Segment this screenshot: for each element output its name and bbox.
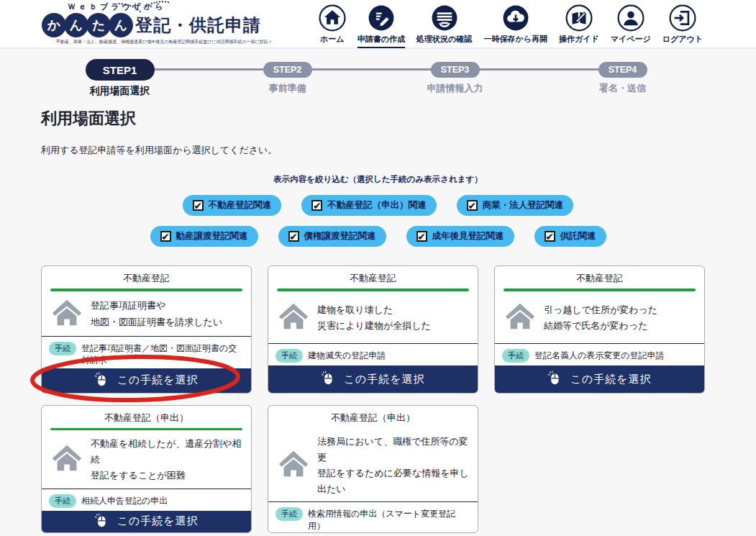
checkbox-checked-icon: ✔ — [467, 200, 478, 211]
main-nav: ホーム 申請書の作成 処理状況の確認 一時保存から再開 操作ガイド — [317, 4, 704, 48]
filter-checkbox-kyotaku[interactable]: ✔ 供託関連 — [534, 226, 606, 247]
select-procedure-button[interactable]: この手続を選択 — [42, 368, 251, 393]
nav-item-logout[interactable]: ログアウト — [661, 4, 704, 48]
procedure-cards: 不動産登記 登記事項証明書や 地図・図面証明書を請求したい 手続 登記事項証明書… — [41, 265, 705, 533]
filter-row-2: ✔ 動産譲渡登記関連 ✔ 債権譲渡登記関連 ✔ 成年後見登記関連 ✔ 供託関連 — [0, 226, 756, 247]
resume-cloud-icon — [502, 4, 529, 32]
card-building-loss: 不動産登記 建物を取り壊した 災害により建物が全損した 手続 建物滅失の登記申請… — [268, 265, 478, 394]
step-pill: STEP4 — [598, 62, 647, 78]
nav-item-home[interactable]: ホーム — [317, 4, 347, 48]
card-description: 引っ越しで住所が変わった 結婚等で氏名が変わった — [544, 302, 657, 334]
card-certificate-request: 不動産登記 登記事項証明書や 地図・図面証明書を請求したい 手続 登記事項証明書… — [41, 265, 252, 394]
procedure-badge: 手続 — [49, 342, 76, 355]
checkbox-checked-icon: ✔ — [193, 200, 204, 211]
house-icon — [50, 297, 83, 332]
nav-item-status-check[interactable]: 処理状況の確認 — [415, 4, 473, 48]
logo-tagline: 不動産、商業・法人、動産譲渡、債権譲渡及び成年後見の各種登記関係手続並びに供託関… — [56, 39, 273, 45]
nav-item-create-application[interactable]: 申請書の作成 — [356, 4, 406, 48]
card-category: 不動産登記（申出） — [42, 406, 251, 424]
green-underline — [50, 428, 242, 430]
filter-checkbox-shogyo-hojin[interactable]: ✔ 商業・法人登記関連 — [457, 195, 574, 216]
step-1: STEP1 利用場面選択 — [36, 59, 204, 98]
step-pill: STEP2 — [263, 62, 312, 78]
logout-door-icon — [669, 4, 696, 32]
nav-item-guide[interactable]: 操作ガイド — [557, 4, 601, 48]
compose-icon — [368, 4, 395, 32]
filter-checkbox-fudosan-moushide[interactable]: ✔ 不動産登記（申出）関連 — [301, 195, 437, 216]
green-underline — [504, 289, 696, 291]
step-indicator: STEP1 利用場面選択 STEP2 事前準備 STEP3 申請情報入力 STE… — [36, 59, 706, 104]
home-icon — [319, 4, 346, 32]
house-icon — [504, 301, 537, 335]
app-logo[interactable]: Ｗｅｂブラウザから か ん た ん 登記・供託申請 不動産、商業・法人、動産譲渡… — [42, 1, 273, 45]
mouse-click-icon — [547, 371, 561, 388]
filter-checkbox-dosan-joto[interactable]: ✔ 動産譲渡登記関連 — [150, 226, 258, 247]
procedure-name: 相続人申告登記の申出 — [81, 494, 168, 507]
card-search-info-declaration: 不動産登記（申出） 法務局において、職権で住所等の変更 登記をするために必要な情… — [268, 405, 478, 533]
procedure-name: 建物滅失の登記申請 — [308, 349, 386, 361]
select-procedure-button[interactable]: この手続を選択 — [268, 365, 478, 393]
procedure-badge: 手続 — [275, 349, 303, 363]
procedure-name: 登記事項証明書／地図・図面証明書の交付請求 — [81, 342, 244, 365]
card-category: 不動産登記 — [495, 266, 704, 285]
card-description: 不動産を相続したが、遺産分割や相続 登記をすることが困難 — [91, 436, 242, 483]
filter-checkbox-saiken-joto[interactable]: ✔ 債権譲渡登記関連 — [278, 226, 386, 247]
house-icon — [277, 301, 310, 335]
step-4: STEP4 署名・送信 — [539, 59, 706, 98]
step-3: STEP3 申請情報入力 — [371, 59, 539, 98]
procedure-name: 登記名義人の表示変更の登記申請 — [534, 349, 665, 361]
checkbox-checked-icon: ✔ — [311, 200, 322, 211]
house-icon — [50, 442, 83, 477]
logo-kantan-circle: ん — [64, 13, 88, 37]
logo-kantan-circle: た — [86, 13, 111, 37]
card-category: 不動産登記 — [42, 266, 251, 285]
step-pill: STEP3 — [431, 62, 480, 78]
filter-checkbox-seinen-koken[interactable]: ✔ 成年後見登記関連 — [406, 226, 514, 247]
page-description: 利用する登記申請等を利用場面から選択してください。 — [41, 144, 756, 157]
logo-kantan-circle: か — [42, 13, 66, 37]
procedure-name: 検索用情報の申出（スマート変更登記用） — [308, 507, 470, 531]
checkbox-checked-icon: ✔ — [545, 231, 555, 242]
filter-title: 表示内容を絞り込む（選択した手続のみ表示されます） — [0, 174, 756, 185]
select-procedure-button[interactable]: この手続を選択 — [495, 365, 704, 393]
mouse-click-icon — [94, 372, 108, 389]
checkbox-checked-icon: ✔ — [416, 231, 427, 242]
house-icon — [277, 448, 310, 483]
select-procedure-button[interactable]: この手続を選択 — [42, 511, 251, 533]
procedure-badge: 手続 — [275, 507, 303, 521]
step-pill: STEP1 — [86, 59, 155, 81]
green-underline — [277, 289, 469, 291]
mypage-person-icon — [617, 4, 645, 32]
card-description: 法務局において、職権で住所等の変更 登記をするために必要な情報を申し出たい — [317, 434, 469, 497]
page-title: 利用場面選択 — [41, 108, 756, 130]
nav-item-resume-saved[interactable]: 一時保存から再開 — [482, 4, 549, 48]
filter-row-1: ✔ 不動産登記関連 ✔ 不動産登記（申出）関連 ✔ 商業・法人登記関連 — [0, 195, 756, 216]
green-underline — [50, 289, 242, 291]
card-description: 建物を取り壊した 災害により建物が全損した — [317, 302, 431, 334]
mouse-click-icon — [321, 371, 334, 388]
checkbox-checked-icon: ✔ — [288, 231, 299, 242]
checkbox-checked-icon: ✔ — [160, 231, 171, 242]
guide-book-icon — [565, 4, 593, 32]
card-heir-declaration: 不動産登記（申出） 不動産を相続したが、遺産分割や相続 登記をすることが困難 手… — [41, 405, 252, 533]
card-description: 登記事項証明書や 地図・図面証明書を請求したい — [91, 298, 222, 330]
mouse-click-icon — [94, 513, 108, 530]
status-icon — [431, 4, 458, 32]
filter-checkbox-fudosan-touki[interactable]: ✔ 不動産登記関連 — [183, 195, 282, 216]
filter-panel: 表示内容を絞り込む（選択した手続のみ表示されます） ✔ 不動産登記関連 ✔ 不動… — [0, 174, 756, 247]
header: Ｗｅｂブラウザから か ん た ん 登記・供託申請 不動産、商業・法人、動産譲渡… — [0, 0, 756, 49]
card-category: 不動産登記 — [268, 266, 478, 285]
card-name-address-change: 不動産登記 引っ越しで住所が変わった 結婚等で氏名が変わった 手続 登記名義人の… — [494, 265, 705, 394]
step-2: STEP2 事前準備 — [204, 59, 371, 98]
procedure-badge: 手続 — [49, 494, 76, 508]
procedure-badge: 手続 — [502, 349, 529, 363]
nav-item-mypage[interactable]: マイページ — [609, 4, 652, 48]
card-category: 不動産登記（申出） — [268, 406, 478, 424]
